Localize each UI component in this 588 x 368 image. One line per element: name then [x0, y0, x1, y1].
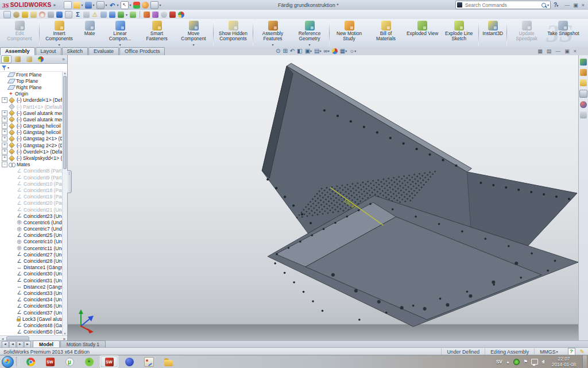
taskbar-solidworks[interactable]: SW — [41, 356, 59, 367]
command-move-component[interactable]: Move Component▾ — [175, 19, 212, 47]
tree-item-coincident48-gavel-a[interactable]: +∠Coincident48 (Gavel a — [0, 322, 63, 328]
solidworks-resources-tab[interactable] — [580, 59, 587, 66]
table-icon[interactable] — [130, 12, 136, 18]
tree-item-skvalpskydd-1-def[interactable]: +(-) Skvalpskydd<1> (Def — [0, 155, 63, 161]
undo-icon-dropdown[interactable]: ▾ — [117, 3, 119, 7]
zoom-area-icon[interactable]: ⊞ — [283, 48, 287, 55]
help-button[interactable]: ?▾ — [552, 2, 559, 8]
start-button[interactable] — [2, 356, 14, 368]
minimize-button[interactable]: — — [564, 1, 570, 9]
tree-item-coincident28-under[interactable]: +∠Coincident28 (Under — [0, 258, 63, 264]
close-button[interactable]: × — [582, 1, 585, 9]
rebuild-icon[interactable] — [133, 2, 140, 9]
tree-item-gängstag-helicoil-com[interactable]: +(-) Gängstag helicoil com — [0, 123, 63, 129]
tree-item-coincident10-part1[interactable]: +∠Coincident10 (Part1< — [0, 181, 63, 187]
performance-icon[interactable] — [39, 12, 45, 18]
tree-item-distance2-gängstag[interactable]: +↔Distance2 (Gängstag — [0, 283, 63, 290]
mate-diagnostics-icon[interactable] — [83, 12, 90, 18]
command-take-snapshot[interactable]: Take Snapshot — [545, 19, 581, 47]
tree-item-coincident20-part1[interactable]: +∠Coincident20 (Part1< — [0, 200, 63, 206]
displaymanager-tab[interactable] — [36, 55, 46, 63]
apply-scene-icon[interactable]: ▦▾ — [340, 48, 347, 55]
select-icon-dropdown[interactable]: ▾ — [130, 3, 131, 7]
tree-expand-toggle[interactable]: + — [2, 123, 7, 129]
view-palette-tab[interactable] — [579, 90, 587, 98]
tree-item-top-plane[interactable]: +Top Plane — [0, 78, 63, 84]
search-icon[interactable] — [541, 3, 546, 7]
tree-item-coincident19-part1[interactable]: +∠Coincident19 (Part1< — [0, 194, 63, 200]
tile-doc-icon[interactable]: ▦ — [537, 48, 543, 54]
command-exploded-view[interactable]: Exploded View — [404, 19, 440, 47]
tree-expand-toggle[interactable]: - — [2, 162, 7, 167]
zoom-fit-icon[interactable]: ⊙ — [276, 48, 280, 55]
tree-item-gavel-alutank-med-an[interactable]: +(-) Gavel alutank med AN — [0, 116, 63, 122]
clipboard-icon[interactable] — [48, 12, 54, 18]
tree-item-mates[interactable]: -Mates — [0, 162, 63, 168]
tree-item-gavel-alutank-med-an[interactable]: +(-) Gavel alutank med AN — [0, 110, 63, 116]
appearances-tab[interactable] — [580, 101, 587, 108]
search-input[interactable] — [464, 2, 540, 9]
tree-expand-toggle[interactable]: + — [2, 149, 7, 155]
magnifier-icon[interactable] — [13, 12, 20, 18]
tree-item-distance1-gängstag[interactable]: +↔Distance1 (Gängstag — [0, 264, 63, 271]
volume-icon[interactable] — [541, 360, 544, 363]
taskbar-explorer[interactable] — [160, 356, 177, 367]
design-library-tab[interactable] — [580, 69, 587, 76]
units-selector[interactable]: MMGS▾ — [534, 348, 563, 355]
tree-item-origin[interactable]: ++Origin — [0, 91, 63, 97]
save-icon[interactable] — [85, 2, 92, 9]
command-smart-fasteners[interactable]: Smart Fasteners — [138, 19, 175, 47]
taskbar-utorrent[interactable]: µ — [61, 356, 78, 367]
close-doc-icon[interactable]: × — [574, 48, 577, 54]
taskbar-spotify[interactable]: ≡ — [80, 356, 98, 367]
tree-item-front-plane[interactable]: +Front Plane — [0, 71, 63, 78]
command-instant3d[interactable]: Instant3D — [480, 19, 505, 47]
external-reference-icon-dropdown[interactable]: ▾ — [126, 13, 127, 17]
spellcheck-icon[interactable] — [3, 11, 11, 18]
tree-item-coincident30-under[interactable]: +∠Coincident30 (Under — [0, 271, 63, 277]
taskbar-solidworks-active[interactable]: SW — [100, 355, 118, 368]
command-reference-geometry[interactable]: Reference Geometry▾ — [291, 19, 328, 47]
tree-item-coincident34-under[interactable]: +∠Coincident34 (Under — [0, 297, 63, 303]
tree-item-coincident23-under[interactable]: +∠Coincident23 (Under — [0, 213, 63, 219]
command-dropdown-icon[interactable]: ▾ — [58, 43, 60, 47]
equations-icon[interactable]: Σ — [75, 12, 81, 18]
view-orientation-icon[interactable]: ▣▾ — [305, 48, 312, 55]
action-center-icon[interactable]: ⚑ — [523, 359, 528, 365]
bom-icon[interactable] — [109, 12, 115, 18]
tree-item-coincident25-under[interactable]: +∠Coincident25 (Under — [0, 232, 63, 239]
search-commands-box[interactable]: ▾ — [455, 1, 551, 9]
command-dropdown-icon[interactable]: ▾ — [119, 43, 121, 47]
measure-icon[interactable] — [22, 12, 28, 18]
tree-expand-toggle[interactable]: + — [2, 110, 7, 116]
vscroll-thumb[interactable] — [63, 76, 67, 169]
tree-item-concentric11-under[interactable]: +◎Concentric11 (Under — [0, 245, 63, 251]
hidden-icons-chevron[interactable]: ▲ — [506, 360, 510, 364]
options-icon[interactable] — [150, 1, 158, 9]
tab-sketch[interactable]: Sketch — [62, 47, 88, 55]
open-icon-dropdown[interactable]: ▾ — [82, 3, 83, 7]
tag-icon[interactable]: ✎ — [580, 348, 585, 355]
restore-button[interactable]: ▣ — [573, 1, 578, 9]
tree-item-coincident9-part1-1[interactable]: +∠Coincident9 (Part1<1 — [0, 174, 63, 181]
taskbar-sphere[interactable] — [121, 356, 138, 367]
hide-show-items-icon[interactable]: ∞▾ — [324, 48, 330, 55]
command-mate[interactable]: Mate — [78, 19, 102, 47]
view-settings-icon[interactable]: ☼▾ — [349, 48, 356, 55]
tree-item-coincident50-gavel-a[interactable]: +∠Coincident50 (Gavel a — [0, 329, 63, 335]
filter-funnel-icon[interactable] — [2, 65, 7, 71]
edit-appearance-icon[interactable]: ● — [332, 48, 338, 54]
tree-expand-toggle[interactable]: + — [2, 136, 7, 141]
propertymanager-tab[interactable] — [13, 55, 23, 63]
options-icon-dropdown[interactable]: ▾ — [160, 3, 161, 7]
checkbox-icon[interactable] — [65, 11, 72, 18]
clock[interactable]: 22:07 2014-01-08 — [549, 356, 579, 368]
command-show-hidden-components[interactable]: Show Hidden Components — [215, 19, 252, 47]
command-new-motion-study[interactable]: New Motion Study — [331, 19, 368, 47]
tree-item-part1-1-default[interactable]: +(-) Part1<1> (Default) — [0, 103, 63, 110]
search-dropdown-icon[interactable]: ▾ — [547, 3, 549, 7]
tree-expand-toggle[interactable]: + — [2, 155, 7, 161]
panel-splitter-handle[interactable]: ⁞ — [67, 170, 72, 193]
select-icon[interactable]: ↖ — [121, 1, 129, 9]
tree-item-gängstag-2-1-defa[interactable]: +(-) Gängstag 2<1> (Defa — [0, 136, 63, 142]
